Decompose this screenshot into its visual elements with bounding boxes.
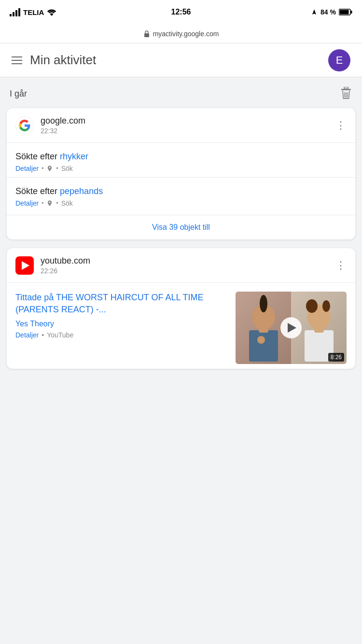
search-activity-1: Sökte efter rhykker Detaljer • • Sök bbox=[7, 143, 355, 177]
video-thumbnail[interactable]: 8:26 bbox=[236, 292, 347, 364]
svg-point-12 bbox=[260, 295, 267, 312]
battery-icon bbox=[339, 9, 352, 15]
yt-site-time: 22:26 bbox=[41, 267, 90, 275]
search-text-1: Sökte efter rhykker bbox=[15, 152, 347, 162]
lock-icon bbox=[143, 30, 150, 38]
youtube-logo bbox=[15, 256, 34, 275]
url-bar: myactivity.google.com bbox=[0, 24, 362, 43]
sok-link-2[interactable]: Sök bbox=[61, 199, 73, 207]
yt-channel[interactable]: Yes Theory bbox=[15, 320, 229, 328]
svg-rect-3 bbox=[144, 33, 149, 37]
app-header: Min aktivitet E bbox=[0, 43, 362, 77]
yt-source-label: YouTube bbox=[47, 331, 73, 339]
youtube-card: youtube.com 22:26 ⋮ Tittade på THE WORST… bbox=[7, 248, 355, 369]
detaljer-link-1[interactable]: Detaljer bbox=[15, 165, 39, 172]
search-text-2: Sökte efter pepehands bbox=[15, 186, 347, 196]
location-pin-icon-1 bbox=[46, 165, 53, 172]
person-right-silhouette bbox=[297, 294, 341, 362]
svg-line-8 bbox=[348, 92, 348, 98]
svg-line-6 bbox=[345, 92, 345, 98]
carrier-label: TELIA bbox=[23, 8, 44, 16]
svg-rect-2 bbox=[340, 10, 349, 14]
svg-rect-4 bbox=[344, 87, 348, 89]
search-link-2[interactable]: pepehands bbox=[60, 186, 103, 196]
svg-point-17 bbox=[306, 299, 318, 313]
person-left-silhouette bbox=[242, 294, 285, 362]
youtube-card-header: youtube.com 22:26 ⋮ bbox=[7, 248, 355, 282]
location-icon bbox=[311, 9, 318, 15]
signal-icon bbox=[10, 8, 20, 16]
google-logo bbox=[15, 116, 34, 135]
video-duration: 8:26 bbox=[328, 353, 344, 362]
delete-section-button[interactable] bbox=[340, 87, 352, 100]
google-site-time: 22:32 bbox=[41, 127, 85, 135]
battery-label: 84 % bbox=[320, 8, 336, 16]
svg-point-13 bbox=[257, 336, 265, 344]
google-card-menu-button[interactable]: ⋮ bbox=[335, 120, 347, 131]
google-card: google.com 22:32 ⋮ Sökte efter rhykker D… bbox=[7, 108, 355, 239]
youtube-play-icon bbox=[22, 261, 29, 270]
avatar[interactable]: E bbox=[328, 49, 350, 71]
status-time: 12:56 bbox=[171, 8, 191, 16]
detaljer-link-2[interactable]: Detaljer bbox=[15, 199, 39, 207]
yt-site-name: youtube.com bbox=[41, 256, 90, 266]
section-title: I går bbox=[10, 89, 27, 99]
wifi-icon bbox=[47, 8, 56, 16]
location-pin-icon-2 bbox=[46, 200, 53, 207]
svg-point-18 bbox=[322, 300, 330, 312]
yt-activity-item: Tittade på THE WORST HAIRCUT OF ALL TIME… bbox=[7, 283, 355, 369]
main-content: I går bbox=[0, 77, 362, 387]
yt-meta: Detaljer • YouTube bbox=[15, 331, 229, 339]
show-more-button[interactable]: Visa 39 objekt till bbox=[7, 215, 355, 239]
yt-card-menu-button[interactable]: ⋮ bbox=[335, 260, 347, 271]
status-right: 84 % bbox=[311, 8, 352, 16]
search-activity-2: Sökte efter pepehands Detaljer • • Sök bbox=[7, 178, 355, 212]
svg-rect-9 bbox=[249, 330, 278, 362]
google-card-header: google.com 22:32 ⋮ bbox=[7, 108, 355, 142]
search-meta-1: Detaljer • • Sök bbox=[15, 165, 347, 172]
google-g-icon bbox=[18, 119, 31, 132]
status-left: TELIA bbox=[10, 8, 56, 16]
svg-rect-5 bbox=[341, 89, 351, 90]
play-triangle-icon bbox=[288, 323, 296, 333]
yt-detaljer-link[interactable]: Detaljer bbox=[15, 331, 39, 339]
google-site-name: google.com bbox=[41, 116, 85, 126]
menu-button[interactable] bbox=[12, 56, 22, 64]
yt-video-title[interactable]: Tittade på THE WORST HAIRCUT OF ALL TIME… bbox=[15, 292, 229, 316]
url-text: myactivity.google.com bbox=[153, 30, 219, 38]
section-header: I går bbox=[7, 87, 355, 100]
sok-link-1[interactable]: Sök bbox=[61, 165, 73, 172]
svg-rect-1 bbox=[351, 11, 352, 14]
status-bar: TELIA 12:56 84 % bbox=[0, 0, 362, 24]
search-link-1[interactable]: rhykker bbox=[60, 152, 88, 161]
app-title: Min aktivitet bbox=[30, 53, 328, 68]
search-meta-2: Detaljer • • Sök bbox=[15, 199, 347, 207]
play-button-overlay[interactable] bbox=[280, 317, 302, 338]
